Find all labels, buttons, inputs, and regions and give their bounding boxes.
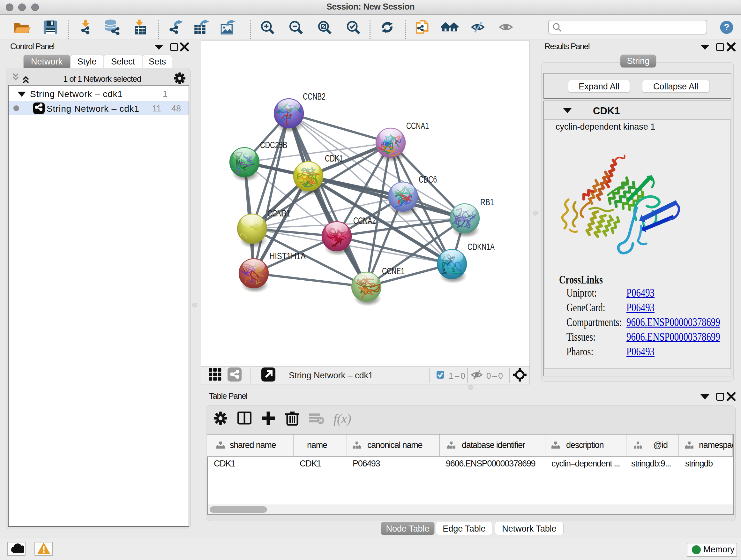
- svg-text:RB1: RB1: [480, 197, 494, 207]
- svg-text:CCNA2: CCNA2: [353, 215, 376, 226]
- svg-text:CCNA1: CCNA1: [406, 121, 429, 131]
- svg-text:CCNB2: CCNB2: [303, 91, 326, 102]
- svg-text:CDC25B: CDC25B: [260, 140, 287, 150]
- svg-text:HIST1H1A: HIST1H1A: [269, 251, 306, 261]
- svg-text:?: ?: [724, 22, 730, 32]
- svg-text:CDK1: CDK1: [325, 153, 343, 164]
- svg-text:CDKN1A: CDKN1A: [468, 242, 495, 252]
- svg-text:CCNE1: CCNE1: [382, 266, 405, 276]
- svg-text:CDC6: CDC6: [419, 174, 437, 185]
- svg-text:CCNB1: CCNB1: [267, 208, 290, 219]
